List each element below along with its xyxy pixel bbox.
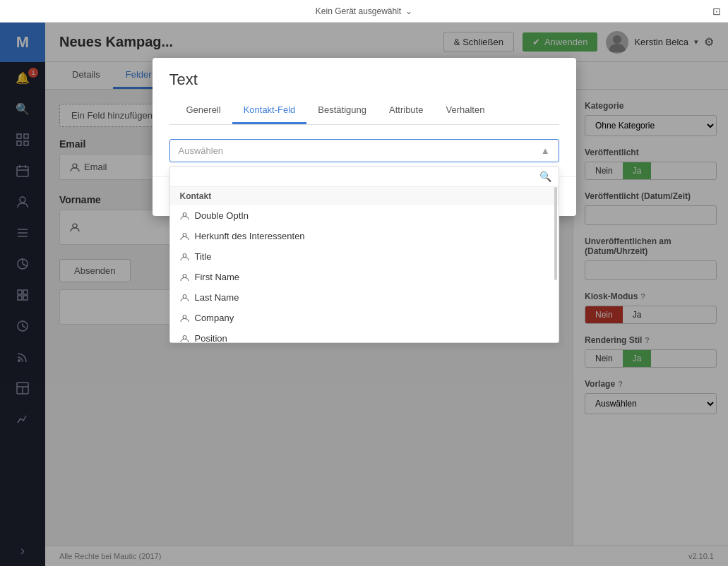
dialog-tab-attribute[interactable]: Attribute	[378, 97, 434, 124]
device-label: Kein Gerät ausgewählt	[316, 6, 401, 16]
dropdown-item-6[interactable]: Position	[170, 328, 559, 342]
svg-point-34	[183, 234, 186, 237]
dialog-header: Text Generell Kontakt-Feld Bestätigung A…	[153, 58, 576, 125]
svg-point-38	[183, 315, 186, 319]
search-icon-inner: 🔍	[539, 171, 551, 182]
dropdown-item-3[interactable]: First Name	[170, 267, 559, 287]
svg-point-33	[183, 213, 186, 217]
svg-point-37	[183, 295, 186, 299]
resize-icon[interactable]: ⊡	[712, 6, 721, 17]
top-icons: ⊡	[712, 6, 721, 17]
user-icon-8	[180, 313, 189, 323]
dropdown-trigger[interactable]: Auswählen ▲	[169, 139, 559, 162]
dropdown-group-kontakt: Kontakt	[170, 187, 559, 205]
field-dropdown: Auswählen ▲ 🔍 Kontakt Double OptIn	[169, 139, 559, 162]
dropdown-arrow: ▲	[541, 145, 550, 156]
dialog-tab-verhalten[interactable]: Verhalten	[434, 97, 496, 124]
modal-overlay: Text Generell Kontakt-Feld Bestätigung A…	[0, 23, 728, 566]
dialog-tab-kontakt-feld[interactable]: Kontakt-Feld	[232, 97, 307, 124]
dialog-body: Auswählen ▲ 🔍 Kontakt Double OptIn	[153, 125, 576, 176]
user-icon-4	[180, 231, 189, 241]
dialog-title: Text	[169, 71, 559, 89]
device-select[interactable]: Kein Gerät ausgewählt ⌄	[316, 6, 412, 16]
top-bar: Kein Gerät ausgewählt ⌄ ⊡	[0, 0, 728, 23]
dialog: Text Generell Kontakt-Feld Bestätigung A…	[153, 58, 576, 216]
scrollbar	[554, 187, 557, 280]
dropdown-item-0[interactable]: Double OptIn	[170, 205, 559, 226]
dropdown-arrow-icon: ⌄	[405, 6, 412, 16]
user-icon-3	[180, 211, 189, 220]
user-icon-6	[180, 272, 189, 282]
user-icon-7	[180, 293, 189, 302]
dialog-tab-bestatigung[interactable]: Bestätigung	[306, 97, 378, 124]
dropdown-item-1[interactable]: Herkunft des Interessenten	[170, 226, 559, 246]
dropdown-item-5[interactable]: Company	[170, 308, 559, 328]
svg-point-35	[183, 254, 186, 258]
user-icon-9	[180, 334, 189, 342]
dropdown-list: Kontakt Double OptIn Herkunft des Intere…	[170, 187, 559, 342]
svg-point-39	[183, 336, 186, 339]
dialog-tab-generell[interactable]: Generell	[175, 97, 232, 124]
user-icon-5	[180, 252, 189, 261]
dropdown-menu: 🔍 Kontakt Double OptIn Herkunft des Inte…	[169, 166, 559, 343]
dropdown-search: 🔍	[170, 167, 559, 187]
dropdown-search-input[interactable]	[177, 171, 535, 182]
dialog-tabs: Generell Kontakt-Feld Bestätigung Attrib…	[169, 97, 559, 125]
dropdown-item-4[interactable]: Last Name	[170, 287, 559, 308]
dropdown-placeholder: Auswählen	[179, 145, 224, 156]
dropdown-item-2[interactable]: Title	[170, 246, 559, 267]
svg-point-36	[183, 275, 186, 278]
